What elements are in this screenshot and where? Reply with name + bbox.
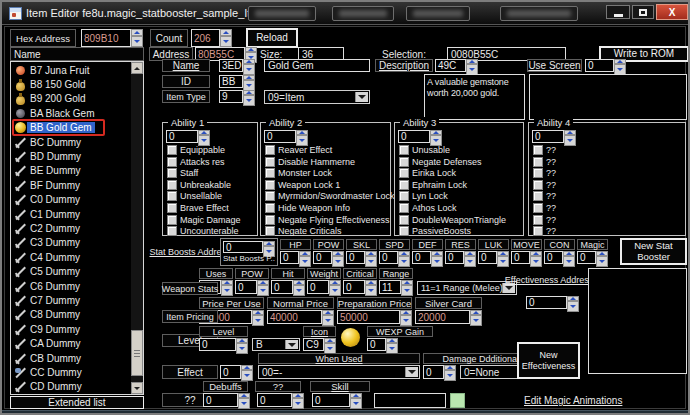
scroll-up-button[interactable] xyxy=(131,62,143,74)
icon-index-input[interactable]: C9 xyxy=(303,338,336,351)
ability-flag-checkbox[interactable] xyxy=(265,180,275,190)
debuffs-input[interactable]: 0 xyxy=(203,393,250,407)
spinner-buttons[interactable] xyxy=(365,280,377,294)
count-value[interactable]: 206 xyxy=(191,29,220,47)
id-input[interactable]: BB xyxy=(219,75,255,88)
list-item[interactable]: B8 150 Gold xyxy=(12,77,131,91)
ability-flag-checkbox[interactable] xyxy=(265,145,275,155)
name-index-input[interactable]: 3ED xyxy=(219,59,255,72)
spinner-down-icon[interactable] xyxy=(221,285,233,296)
spinner-buttons[interactable] xyxy=(332,251,344,264)
ability-flag-checkbox[interactable] xyxy=(533,145,543,155)
spinner-down-icon[interactable] xyxy=(241,370,253,381)
ability-flag-checkbox[interactable] xyxy=(167,191,177,201)
spinner-down-icon[interactable] xyxy=(220,36,232,47)
spinner-buttons[interactable] xyxy=(238,393,250,407)
weapon-value[interactable]: 0 xyxy=(307,280,329,294)
list-item[interactable]: C3 Dummy xyxy=(12,236,131,250)
ability-flag-checkbox[interactable] xyxy=(265,203,275,213)
ability-flag-checkbox[interactable] xyxy=(265,157,275,167)
stat-value[interactable]: 0 xyxy=(445,251,464,264)
weapon-value[interactable]: 0 xyxy=(343,280,365,294)
spinner-buttons[interactable] xyxy=(252,310,264,324)
name-index-value[interactable]: 3ED xyxy=(219,59,243,72)
list-item[interactable]: BE Dummy xyxy=(12,164,131,178)
ability-flag-checkbox[interactable] xyxy=(399,191,409,201)
spinner-down-icon[interactable] xyxy=(257,285,269,296)
hex-address-value[interactable]: 809B10 xyxy=(81,29,131,47)
stat-value-input[interactable]: 0 xyxy=(544,251,575,264)
name-label-link[interactable]: Name xyxy=(162,59,210,72)
stat-value[interactable]: 0 xyxy=(346,251,365,264)
spinner-buttons[interactable] xyxy=(350,393,362,407)
spinner-down-icon[interactable] xyxy=(365,285,377,296)
spinner-down-icon[interactable] xyxy=(365,256,377,267)
list-item[interactable]: C9 Dummy xyxy=(12,322,131,336)
spinner-down-icon[interactable] xyxy=(431,256,443,267)
spinner-buttons[interactable] xyxy=(131,29,143,47)
spinner-down-icon[interactable] xyxy=(293,285,305,296)
stat-value-input[interactable]: 0 xyxy=(478,251,509,264)
weapon-value-input[interactable]: 0 xyxy=(271,280,305,294)
list-item[interactable]: CD Dummy xyxy=(12,380,131,394)
ability-value-input[interactable]: 0 xyxy=(264,130,308,143)
effect-value[interactable]: 0 xyxy=(220,365,241,379)
stat-value-input[interactable]: 0 xyxy=(346,251,377,264)
list-item[interactable]: C6 Dummy xyxy=(12,279,131,293)
spinner-down-icon[interactable] xyxy=(236,343,248,354)
list-item[interactable]: C1 Dummy xyxy=(12,207,131,221)
new-effectiveness-button[interactable]: New Effectiveness xyxy=(517,342,580,379)
description-textarea[interactable]: A valuable gemstone worth 20,000 gold. xyxy=(424,74,525,120)
titlebar[interactable]: Item Editor fe8u.magic_statbooster_sampl… xyxy=(2,2,688,25)
ability-flag-checkbox[interactable] xyxy=(265,215,275,225)
scrollbar-thumb[interactable] xyxy=(131,330,143,376)
list-item[interactable]: C0 Dummy xyxy=(12,193,131,207)
effectiveness-input[interactable]: 0 xyxy=(526,296,579,309)
list-item[interactable]: BA Black Gem xyxy=(12,106,131,120)
spinner-buttons[interactable] xyxy=(530,251,542,264)
spinner-buttons[interactable] xyxy=(322,310,334,324)
ability-flag-checkbox[interactable] xyxy=(399,168,409,178)
dropdown-arrow-icon[interactable] xyxy=(285,340,298,349)
spinner-buttons[interactable] xyxy=(464,251,476,264)
ability-flag-checkbox[interactable] xyxy=(533,180,543,190)
spinner-down-icon[interactable] xyxy=(596,256,608,267)
ability-flag-checkbox[interactable] xyxy=(167,168,177,178)
list-item[interactable]: CC Dummy xyxy=(12,365,131,379)
effectiveness-value[interactable]: 0 xyxy=(526,296,567,309)
list-item[interactable]: CB Dummy xyxy=(12,351,131,365)
debuffs-value[interactable]: 0 xyxy=(203,393,238,407)
spinner-down-icon[interactable] xyxy=(470,315,482,326)
ability-flag-checkbox[interactable] xyxy=(399,180,409,190)
spinner-down-icon[interactable] xyxy=(332,256,344,267)
hex-address-input[interactable]: 809B10 xyxy=(81,29,143,47)
ability-flag-checkbox[interactable] xyxy=(167,145,177,155)
spinner-down-icon[interactable] xyxy=(567,301,579,312)
wexp-gain-input[interactable]: 0 xyxy=(367,338,398,351)
spinner-down-icon[interactable] xyxy=(243,95,255,106)
use-screen-label-link[interactable]: Use Screen xyxy=(527,59,582,72)
stat-value-input[interactable]: 0 xyxy=(313,251,344,264)
weapon-value[interactable]: 0 xyxy=(235,280,257,294)
spinner-buttons[interactable] xyxy=(564,130,576,143)
stat-value[interactable]: 0 xyxy=(544,251,563,264)
spinner-down-icon[interactable] xyxy=(444,370,456,381)
list-item[interactable]: C7 Dummy xyxy=(12,293,131,307)
spinner-buttons[interactable] xyxy=(220,29,232,47)
spinner-down-icon[interactable] xyxy=(400,315,412,326)
edit-magic-animations-link[interactable]: Edit Magic Animations xyxy=(524,394,622,407)
close-button[interactable]: X xyxy=(656,4,688,20)
use-screen-value[interactable]: 0 xyxy=(585,59,614,72)
ability-value[interactable]: 0 xyxy=(166,130,198,143)
ability-flag-checkbox[interactable] xyxy=(399,215,409,225)
stat-value[interactable]: 0 xyxy=(577,251,596,264)
stat-value[interactable]: 0 xyxy=(280,251,299,264)
ability-flag-checkbox[interactable] xyxy=(265,226,275,236)
spinner-buttons[interactable] xyxy=(243,59,255,72)
spinner-buttons[interactable] xyxy=(400,310,412,324)
price-value-input[interactable]: 50000 xyxy=(337,310,412,324)
price-value[interactable]: 40000 xyxy=(267,310,322,324)
spinner-down-icon[interactable] xyxy=(563,256,575,267)
spinner-down-icon[interactable] xyxy=(497,256,509,267)
spinner-buttons[interactable] xyxy=(365,251,377,264)
